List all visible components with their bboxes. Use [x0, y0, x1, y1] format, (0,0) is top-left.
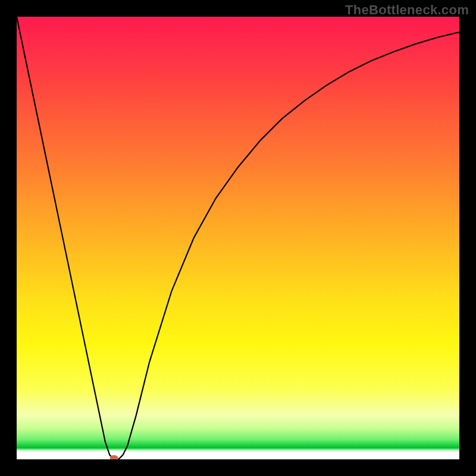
curve-svg [17, 17, 459, 459]
outer-frame: TheBottleneck.com [0, 0, 476, 476]
plot-area [17, 17, 459, 459]
bottleneck-curve-path [17, 17, 459, 459]
watermark-text: TheBottleneck.com [345, 2, 469, 18]
